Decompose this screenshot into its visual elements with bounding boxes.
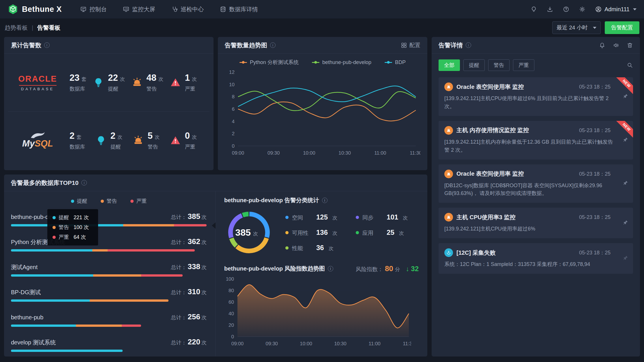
classification-legend-item[interactable]: 空间125次	[285, 213, 337, 222]
alert-body: [DB12C-sys]数据库 [CDB$ROOT]容器 表空间[SYSAUX]仅…	[444, 182, 618, 198]
pin-icon[interactable]	[623, 93, 628, 100]
panel-alert-trend: 告警数量趋势图 配置 Python 分析测试系统bethune-pub-deve…	[218, 37, 427, 170]
tab-critical[interactable]: 严重	[513, 59, 534, 71]
classification-legend-item[interactable]: 应用25次	[356, 228, 408, 237]
nav-item-label: 控制台	[89, 5, 107, 13]
top10-row[interactable]: 测试Agent总计：338次	[11, 262, 207, 277]
avatar-icon	[595, 6, 602, 12]
pin-icon[interactable]	[623, 220, 628, 226]
subheader: 趋势看板 | 告警看板 最近 24 小时 告警配置	[0, 18, 644, 37]
time-range-select[interactable]: 最近 24 小时	[552, 21, 601, 34]
tab-warning[interactable]: 警告	[488, 59, 510, 71]
stethoscope-icon	[171, 6, 178, 12]
svg-text:6: 6	[232, 106, 235, 112]
top10-legend-item[interactable]: 警告	[101, 198, 117, 205]
bulb-icon[interactable]	[531, 6, 537, 12]
critical-icon	[170, 135, 181, 146]
top10-legend-item[interactable]: 提醒	[71, 198, 87, 205]
breadcrumb: 趋势看板 | 告警看板	[5, 24, 60, 32]
classification-legend-item[interactable]: 性能36次	[285, 244, 337, 252]
crumb-separator: |	[32, 25, 33, 31]
help-icon[interactable]	[563, 6, 569, 12]
panel-title: 告警最多的数据库TOP10	[11, 179, 78, 187]
info-icon[interactable]	[81, 180, 87, 185]
nav-item-console[interactable]: 控制台	[80, 5, 107, 13]
main-nav: 控制台 监控大屏 巡检中心 数据库详情	[80, 5, 531, 13]
crumb-alert-board[interactable]: 告警看板	[37, 24, 60, 32]
brand-name: Bethune X	[22, 5, 62, 14]
svg-text:8: 8	[232, 94, 235, 100]
pin-icon[interactable]	[623, 180, 628, 187]
alert-card[interactable]: 主机 CPU使用率3 监控05-23 18：25[139.9.242.121]主…	[439, 208, 633, 238]
svg-text:09:30: 09:30	[266, 341, 278, 346]
gear-icon[interactable]	[579, 6, 585, 12]
trend-legend-item[interactable]: Python 分析测试系统	[239, 59, 299, 66]
svg-text:11:00: 11:00	[374, 150, 386, 156]
alert-card[interactable]: [12C] 采集失败05-23 18：25系统：12C Plan：1 Sampl…	[439, 243, 633, 274]
alert-body: [139.9.242.121]主机内存剩余量低于12.36 GB 且到目前为止已…	[444, 138, 618, 154]
crumb-trend-board[interactable]: 趋势看板	[5, 24, 28, 32]
grid-config-icon	[401, 42, 407, 48]
bell-icon[interactable]	[599, 42, 605, 48]
classification-legend-item[interactable]: 同步101次	[356, 213, 408, 222]
panel-title: 告警数量趋势图	[225, 41, 267, 49]
alert-card[interactable]: Oracle 表空间使用率 监控05-23 18：25[DB12C-sys]数据…	[439, 164, 633, 203]
trend-config-button[interactable]: 配置	[401, 42, 420, 49]
classification-legend-item[interactable]: 可用性136次	[285, 228, 337, 237]
alert-config-button[interactable]: 告警配置	[605, 21, 639, 34]
info-icon[interactable]	[328, 266, 333, 271]
siren-icon	[444, 213, 453, 222]
brand[interactable]: Bethune X	[8, 4, 62, 15]
top10-legend: 提醒警告严重	[11, 198, 207, 205]
svg-text:385: 385	[235, 227, 251, 238]
info-icon[interactable]	[44, 42, 50, 48]
trend-legend-item[interactable]: bethune-pub-develop	[312, 59, 371, 65]
top10-row[interactable]: BP-DG测试总计：310次	[11, 287, 207, 302]
nav-item-label: 监控大屏	[132, 5, 155, 13]
tab-remind[interactable]: 提醒	[463, 59, 485, 71]
alert-title: [12C] 采集失败	[456, 249, 496, 257]
svg-text:10:30: 10:30	[338, 150, 351, 156]
top10-legend-item[interactable]: 严重	[130, 198, 147, 205]
pin-icon[interactable]	[623, 137, 628, 144]
search-icon[interactable]	[627, 62, 633, 68]
tab-all[interactable]: 全部	[439, 59, 460, 71]
trend-legend-item[interactable]: BDP	[385, 59, 406, 65]
top10-row[interactable]: bethune-pub总计：256次	[11, 312, 207, 327]
nav-item-screen[interactable]: 监控大屏	[123, 5, 155, 13]
top10-detail: bethune-pub-develop 告警分类统计 385次 空间125次可用…	[216, 191, 427, 356]
info-icon[interactable]	[270, 42, 276, 48]
chevron-down-icon	[633, 8, 636, 10]
alert-title: Oracle 表空间使用率 监控	[456, 170, 524, 178]
download-icon[interactable]	[547, 6, 553, 12]
top-nav: Bethune X 控制台 监控大屏 巡检中心 数据库详情 Admin111	[0, 0, 644, 18]
stat-warning: 5次警告	[133, 131, 160, 150]
nav-item-label: 巡检中心	[181, 5, 204, 13]
top10-row[interactable]: Python 分析测试系统总计：362次	[11, 237, 207, 252]
monitor-screen-icon	[123, 6, 129, 12]
svg-text:次: 次	[253, 231, 258, 237]
alert-trend-chart[interactable]: 02468101209:0009:3010:0010:3011:0011:30	[225, 67, 420, 160]
classification-donut-chart[interactable]: 385次	[225, 209, 273, 256]
top10-row[interactable]: develop 测试系统总计：220次	[11, 337, 207, 352]
speaker-icon[interactable]	[613, 42, 619, 48]
risk-index-chart[interactable]: 02040608010009:0009:3010:0010:3011:0011:…	[224, 275, 411, 349]
pin-icon[interactable]	[623, 255, 628, 262]
time-range-value: 最近 24 小时	[557, 24, 588, 31]
alert-time: 05-23 18：25	[579, 127, 618, 134]
nav-item-database[interactable]: 数据库详情	[220, 5, 258, 13]
trash-icon[interactable]	[627, 42, 633, 48]
info-icon[interactable]	[466, 42, 471, 48]
svg-text:20: 20	[229, 322, 234, 328]
alert-card[interactable]: NEWOracle 表空间使用率 监控05-23 18：25[139.9.242…	[439, 77, 633, 116]
nav-item-inspection[interactable]: 巡检中心	[171, 5, 204, 13]
alert-card[interactable]: NEW主机 内存使用情况监控 监控05-23 18：25[139.9.242.1…	[439, 121, 633, 160]
user-menu[interactable]: Admin111	[595, 6, 636, 13]
collect-icon	[444, 248, 453, 257]
mysql-logo: MySQL	[8, 132, 67, 149]
siren-icon	[444, 126, 453, 135]
top10-row[interactable]: bethune-pub-develop总计：385次	[11, 212, 207, 226]
info-icon[interactable]	[322, 198, 327, 203]
svg-text:60: 60	[229, 299, 234, 305]
svg-text:40: 40	[229, 311, 234, 316]
